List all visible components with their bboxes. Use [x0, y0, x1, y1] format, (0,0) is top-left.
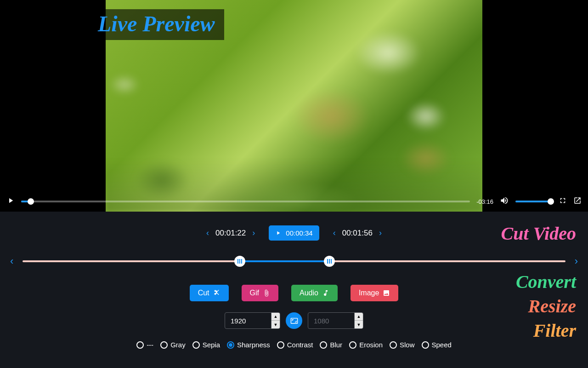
side-label-cut: Cut Video: [501, 223, 576, 244]
height-input[interactable]: [308, 313, 354, 328]
in-time-value: 00:01:22: [215, 229, 246, 238]
action-buttons: Cut Gif Audio Image: [0, 285, 588, 301]
width-up-icon[interactable]: ▲: [271, 313, 280, 321]
filter-radio-sepia[interactable]: Sepia: [192, 341, 220, 349]
video-player-area: Live Preview -03:16: [0, 0, 588, 212]
aspect-lock-button[interactable]: [286, 312, 302, 329]
play-segment-button[interactable]: 00:00:34: [269, 225, 319, 241]
radio-icon: [320, 341, 327, 349]
filter-radio-erosion[interactable]: Erosion: [349, 341, 383, 349]
progress-thumb[interactable]: [28, 198, 34, 205]
filter-radio-contrast[interactable]: Contrast: [277, 341, 313, 349]
filter-label: Contrast: [287, 341, 313, 349]
popout-icon[interactable]: [573, 196, 582, 207]
image-icon: [383, 289, 390, 297]
cut-button-label: Cut: [198, 289, 209, 297]
radio-icon: [349, 341, 356, 349]
filter-radio-blur[interactable]: Blur: [320, 341, 342, 349]
fullscreen-icon[interactable]: [559, 196, 567, 207]
width-input[interactable]: [225, 313, 271, 328]
volume-slider[interactable]: [515, 201, 552, 202]
scissors-icon: [213, 289, 220, 297]
in-time-group: ‹ 00:01:22 ›: [204, 226, 257, 240]
filter-label: Blur: [330, 341, 342, 349]
play-icon[interactable]: [6, 196, 15, 207]
radio-icon: [192, 341, 200, 349]
filter-radio----[interactable]: ---: [136, 341, 153, 349]
height-down-icon[interactable]: ▼: [355, 321, 363, 328]
out-time-next-icon[interactable]: ›: [377, 226, 384, 240]
out-time-group: ‹ 00:01:56 ›: [331, 226, 384, 240]
live-preview-label: Live Preview: [90, 9, 224, 40]
width-input-group: ▲ ▼: [225, 312, 280, 329]
range-fill: [240, 260, 329, 262]
aspect-icon: [290, 317, 298, 325]
size-controls: ▲ ▼ ▲ ▼: [0, 312, 588, 329]
play-time-value: 00:00:34: [286, 229, 312, 237]
radio-icon: [422, 341, 429, 349]
height-up-icon[interactable]: ▲: [355, 313, 363, 321]
audio-button-label: Audio: [300, 289, 318, 297]
player-controls: -03:16: [0, 191, 588, 212]
image-button[interactable]: Image: [351, 285, 398, 301]
time-remaining: -03:16: [476, 198, 493, 205]
radio-icon: [227, 341, 234, 349]
filter-label: Sepia: [203, 341, 220, 349]
side-label-convert: Convert: [501, 271, 576, 293]
attachment-icon: [263, 289, 270, 297]
out-time-prev-icon[interactable]: ‹: [331, 226, 338, 240]
width-down-icon[interactable]: ▼: [271, 321, 280, 328]
range-prev-icon[interactable]: ‹: [10, 255, 13, 267]
side-labels: Cut Video Convert Resize Filter: [501, 223, 576, 341]
radio-icon: [160, 341, 168, 349]
editor-panel: Cut Video Convert Resize Filter ‹ 00:01:…: [0, 212, 588, 368]
music-icon: [322, 289, 329, 297]
radio-icon: [136, 341, 144, 349]
playback-progress[interactable]: [21, 201, 470, 202]
filter-radio-sharpness[interactable]: Sharpness: [227, 341, 270, 349]
image-button-label: Image: [359, 289, 379, 297]
volume-thumb[interactable]: [548, 198, 554, 205]
filter-radio-speed[interactable]: Speed: [422, 341, 452, 349]
radio-icon: [277, 341, 284, 349]
time-controls: ‹ 00:01:22 › 00:00:34 ‹ 00:01:56 ›: [0, 225, 588, 241]
filter-label: ---: [147, 341, 153, 349]
filter-radio-gray[interactable]: Gray: [160, 341, 186, 349]
in-time-next-icon[interactable]: ›: [250, 226, 257, 240]
filter-label: Sharpness: [237, 341, 270, 349]
gif-button[interactable]: Gif: [242, 285, 278, 301]
range-track[interactable]: [23, 260, 565, 262]
range-start-thumb[interactable]: [234, 256, 245, 267]
filter-label: Erosion: [359, 341, 383, 349]
radio-icon: [390, 341, 397, 349]
height-input-group: ▲ ▼: [308, 312, 363, 329]
range-slider-row: ‹ ›: [0, 255, 588, 267]
filter-radios: ---GraySepiaSharpnessContrastBlurErosion…: [0, 341, 588, 349]
side-label-filter: Filter: [501, 320, 576, 341]
audio-button[interactable]: Audio: [291, 285, 338, 301]
out-time-value: 00:01:56: [342, 229, 373, 238]
cut-button[interactable]: Cut: [190, 285, 229, 301]
gif-button-label: Gif: [250, 289, 259, 297]
range-end-thumb[interactable]: [324, 256, 335, 267]
filter-label: Speed: [432, 341, 452, 349]
filter-radio-slow[interactable]: Slow: [390, 341, 415, 349]
in-time-prev-icon[interactable]: ‹: [204, 226, 211, 240]
filter-label: Slow: [400, 341, 415, 349]
volume-icon[interactable]: [500, 196, 509, 207]
filter-label: Gray: [170, 341, 186, 349]
side-label-resize: Resize: [501, 295, 576, 317]
